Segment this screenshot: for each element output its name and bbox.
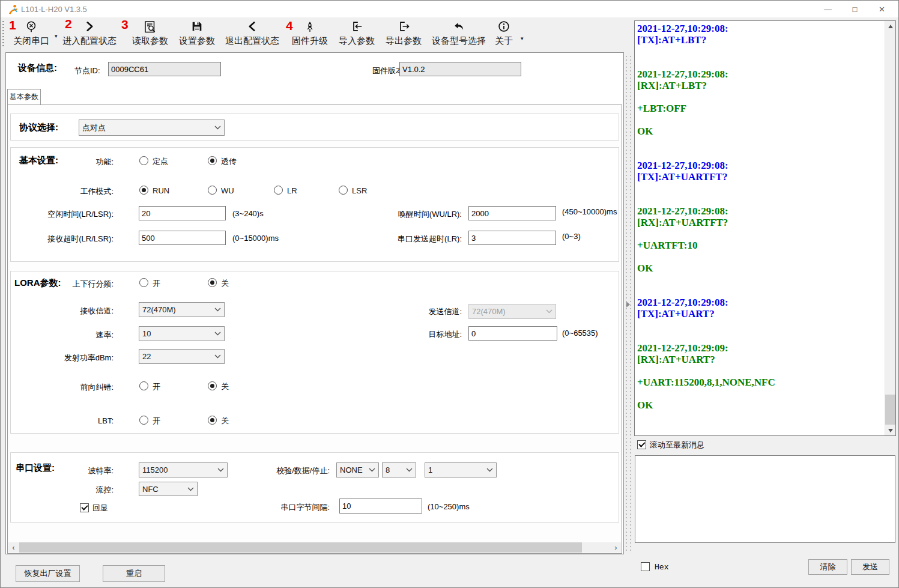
send-input[interactable]	[635, 455, 895, 543]
horizontal-scrollbar[interactable]: ‹ ›	[8, 542, 621, 553]
splitter-grip	[630, 56, 631, 551]
rx-channel-select[interactable]: 72(470M)	[139, 302, 225, 317]
tx-channel-label: 发送信道:	[366, 306, 462, 317]
echo-checkbox[interactable]: 回显	[80, 503, 108, 514]
port-pin-x-icon	[10, 20, 52, 35]
rocket-icon	[289, 20, 331, 35]
toolbar-close-port[interactable]: 关闭串口	[10, 20, 52, 51]
clear-button[interactable]: 清除	[808, 559, 847, 575]
about-dropdown-caret[interactable]: ▾	[521, 35, 524, 41]
uart-timeout-field[interactable]	[468, 231, 556, 245]
panel-splitter[interactable]	[625, 52, 632, 554]
log-vertical-scrollbar[interactable]	[885, 21, 895, 435]
toolbar-enter-config[interactable]: 进入配置状态	[61, 20, 118, 51]
tab-basic-params[interactable]: 基本参数	[7, 89, 41, 105]
toolbar-label: 关于	[492, 35, 516, 47]
tx-power-select[interactable]: 22	[139, 349, 225, 364]
target-addr-field[interactable]	[468, 326, 557, 341]
hex-checkbox[interactable]: Hex	[641, 562, 668, 572]
radio-fec-on[interactable]: 开	[139, 381, 160, 392]
splitter-collapse-arrow-icon[interactable]	[626, 302, 630, 308]
idle-time-field[interactable]	[139, 206, 226, 220]
toolbar-device-model-select[interactable]: 设备型号选择	[429, 20, 488, 51]
lbt-label: LBT:	[17, 416, 114, 425]
chevron-down-icon	[214, 354, 221, 359]
flow-control-select[interactable]: NFC	[139, 482, 198, 496]
horizontal-scroll-thumb[interactable]	[19, 542, 582, 553]
toolbar-label: 关闭串口	[10, 35, 52, 47]
chevron-down-icon	[369, 468, 375, 472]
toolbar-label: 导入参数	[336, 35, 378, 47]
toolbar-grip[interactable]	[2, 21, 4, 47]
radio-icon	[208, 278, 217, 287]
radio-icon	[208, 381, 217, 390]
log-entry: 2021-12-27,10:29:08: [TX]:AT+UARTFT?	[637, 160, 883, 183]
scroll-down-button[interactable]	[885, 425, 895, 435]
toolbar-set-params[interactable]: 设置参数	[176, 20, 218, 51]
log-entry: 2021-12-27,10:29:09: [RX]:AT+UART? +UART…	[637, 342, 883, 411]
save-icon	[176, 20, 218, 35]
radio-mode-lsr[interactable]: LSR	[339, 185, 367, 196]
rate-select[interactable]: 10	[139, 326, 225, 341]
scroll-to-latest-checkbox[interactable]: 滚动至最新消息	[637, 440, 704, 450]
work-mode-label: 工作模式:	[17, 186, 114, 197]
radio-icon	[139, 381, 148, 390]
close-button[interactable]: ✕	[868, 1, 895, 17]
radio-split-off[interactable]: 关	[208, 277, 229, 289]
toolbar-about[interactable]: 关于	[492, 20, 516, 51]
radio-function-transparent[interactable]: 透传	[208, 156, 237, 167]
restart-button[interactable]: 重启	[103, 565, 165, 582]
app-window: L101-L-H20 V1.3.5 — □ ✕ 1 2 3 4 关闭串口 ▾ 进…	[0, 0, 899, 588]
scroll-right-button[interactable]: ›	[611, 542, 621, 553]
up-arrow-icon	[888, 25, 893, 28]
scroll-up-button[interactable]	[885, 21, 895, 31]
toolbar-import-params[interactable]: 导入参数	[336, 20, 378, 51]
radio-icon	[139, 186, 148, 195]
firmware-field[interactable]	[399, 62, 521, 76]
chevron-down-icon	[406, 468, 413, 472]
databits-select[interactable]: 8	[382, 462, 416, 477]
window-title: L101-L-H20 V1.3.5	[21, 5, 87, 14]
toolbar-export-params[interactable]: 导出参数	[383, 20, 425, 51]
stopbits-select[interactable]: 1	[425, 462, 497, 477]
chevron-down-icon	[214, 308, 221, 312]
chevron-left-icon	[223, 20, 282, 35]
radio-lbt-on[interactable]: 开	[139, 415, 160, 426]
flow-control-label: 流控:	[17, 485, 114, 496]
toolbar-exit-config[interactable]: 退出配置状态	[223, 20, 282, 51]
minimize-button[interactable]: —	[814, 1, 841, 17]
toolbar-read-params[interactable]: 读取参数	[129, 20, 171, 51]
byte-interval-label: 串口字节间隔:	[234, 502, 330, 513]
radio-split-on[interactable]: 开	[139, 277, 160, 289]
vertical-scroll-thumb[interactable]	[885, 395, 895, 425]
byte-interval-field[interactable]	[339, 499, 422, 514]
radio-function-fixed[interactable]: 定点	[139, 156, 168, 167]
radio-mode-run[interactable]: RUN	[139, 185, 169, 196]
factory-reset-button[interactable]: 恢复出厂设置	[16, 565, 80, 582]
toolbar-label: 读取参数	[129, 35, 171, 47]
wake-time-field[interactable]	[468, 206, 556, 220]
node-id-field[interactable]	[108, 62, 221, 76]
parity-select[interactable]: NONE	[336, 462, 379, 477]
chevron-down-icon	[546, 309, 552, 314]
log-output: 2021-12-27,10:29:08: [TX]:AT+LBT? 2021-1…	[634, 20, 896, 436]
toolbar-firmware-upgrade[interactable]: 固件升级	[289, 20, 331, 51]
protocol-select[interactable]: 点对点	[79, 120, 225, 136]
toolbar: 1 2 3 4 关闭串口 ▾ 进入配置状态 读取参数 设置	[1, 17, 628, 52]
uart-timeout-label: 串口发送超时(LR):	[366, 234, 462, 244]
radio-mode-wu[interactable]: WU	[208, 185, 234, 196]
radio-fec-off[interactable]: 关	[208, 381, 229, 392]
maximize-button[interactable]: □	[841, 1, 868, 17]
chevron-right-icon	[61, 20, 118, 35]
baud-select[interactable]: 115200	[139, 462, 228, 477]
close-port-dropdown-caret[interactable]: ▾	[55, 33, 58, 39]
radio-lbt-off[interactable]: 关	[208, 415, 229, 426]
scroll-left-button[interactable]: ‹	[8, 542, 19, 553]
send-button[interactable]: 发送	[851, 559, 889, 575]
idle-range-hint: (3~240)s	[232, 209, 264, 218]
idle-time-label: 空闲时间(LR/LSR):	[17, 209, 114, 220]
rx-timeout-field[interactable]	[139, 231, 226, 245]
radio-icon	[208, 416, 217, 425]
log-entry: 2021-12-27,10:29:08: [RX]:AT+LBT? +LBT:O…	[637, 68, 883, 137]
radio-mode-lr[interactable]: LR	[274, 185, 297, 196]
